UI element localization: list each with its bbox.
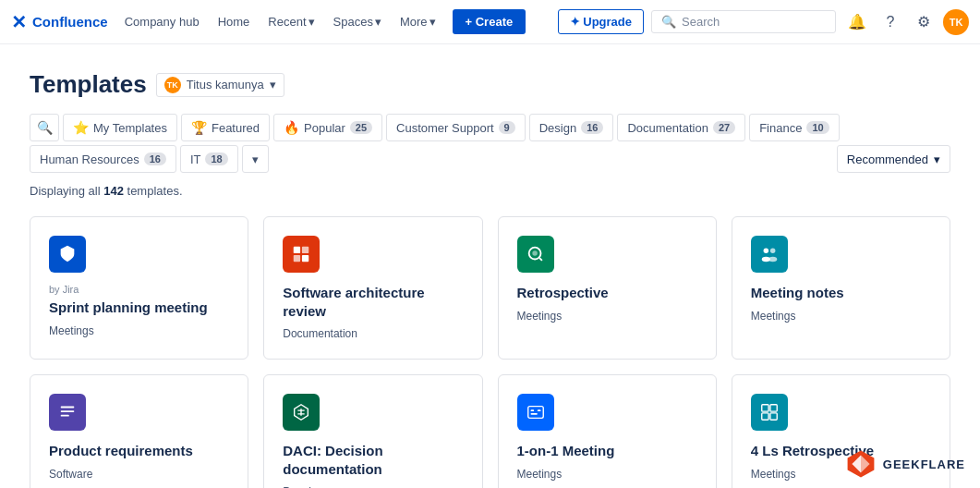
filter-tab-featured[interactable]: 🏆 Featured	[181, 114, 270, 141]
card-title: Software architecture review	[283, 284, 463, 320]
svg-rect-17	[762, 405, 768, 411]
template-card-sprint-planning[interactable]: by Jira Sprint planning meeting Meetings	[30, 216, 248, 360]
svg-rect-16	[537, 409, 540, 411]
geekflare-logo-icon	[846, 449, 876, 479]
card-icon	[49, 236, 86, 273]
page-title: Templates	[30, 70, 147, 99]
notifications-icon[interactable]: 🔔	[843, 8, 871, 36]
nav-company-hub[interactable]: Company hub	[119, 15, 205, 29]
fire-icon: 🔥	[284, 120, 299, 135]
card-icon	[751, 236, 788, 273]
svg-rect-12	[61, 415, 69, 417]
filter-tab-label: Popular	[304, 121, 345, 135]
search-bar[interactable]: 🔍 Search	[651, 10, 836, 33]
template-card-1on1[interactable]: 1-on-1 Meeting Meetings	[498, 374, 717, 488]
help-icon[interactable]: ?	[877, 8, 904, 36]
recommended-sort-button[interactable]: Recommended ▾	[837, 145, 950, 173]
nav-recent[interactable]: Recent ▾	[262, 15, 320, 29]
card-category: Meetings	[517, 310, 697, 323]
chevron-down-icon: ▾	[309, 15, 315, 29]
upgrade-button[interactable]: ✦ Upgrade	[558, 9, 644, 34]
user-dropdown-icon: ▾	[270, 78, 276, 92]
filter-tab-label: IT	[190, 152, 201, 166]
chevron-down-icon: ▾	[430, 15, 436, 29]
template-card-meeting-notes[interactable]: Meeting notes Meetings	[732, 216, 950, 360]
card-category: Meetings	[517, 468, 697, 481]
template-card-product-requirements[interactable]: Product requirements Software	[30, 374, 248, 488]
svg-rect-10	[61, 407, 75, 409]
search-icon: 🔍	[661, 15, 676, 29]
chevron-down-icon: ▾	[375, 15, 381, 29]
svg-rect-1	[302, 247, 309, 253]
template-card-retrospective[interactable]: Retrospective Meetings	[498, 216, 717, 360]
filter-tab-label: Human Resources	[40, 152, 139, 166]
documentation-count-badge: 27	[713, 121, 735, 134]
filter-tab-design[interactable]: Design 16	[529, 114, 614, 141]
filter-search-button[interactable]: 🔍	[30, 114, 59, 141]
page-content: Templates TK Titus kamunya ▾ 🔍 ⭐ My Temp…	[0, 44, 980, 488]
user-avatar[interactable]: TK	[943, 9, 969, 35]
filter-tab-human-resources[interactable]: Human Resources 16	[30, 145, 176, 173]
card-category: Software	[49, 468, 229, 481]
filter-tab-label: Finance	[759, 121, 802, 135]
svg-rect-11	[61, 410, 75, 412]
chevron-down-icon: ▾	[252, 152, 259, 166]
svg-rect-18	[770, 405, 777, 411]
svg-point-6	[763, 249, 768, 254]
card-icon	[49, 394, 86, 431]
nav-icon-group: 🔔 ? ⚙ TK	[843, 8, 969, 36]
svg-point-7	[770, 249, 776, 254]
confluence-logo-icon: ✕	[11, 11, 27, 33]
settings-icon[interactable]: ⚙	[910, 8, 938, 36]
card-title: Meeting notes	[751, 284, 931, 302]
card-by: by Jira	[49, 284, 229, 295]
template-count: 142	[103, 184, 124, 198]
card-icon	[517, 236, 554, 273]
filter-tab-it[interactable]: IT 18	[180, 145, 238, 173]
user-filter-badge[interactable]: TK Titus kamunya ▾	[156, 73, 284, 97]
nav-more[interactable]: More ▾	[394, 15, 442, 29]
filter-tab-popular[interactable]: 🔥 Popular 25	[273, 114, 382, 141]
filter-tab-my-templates[interactable]: ⭐ My Templates	[63, 114, 177, 141]
filter-tab-more[interactable]: ▾	[242, 145, 269, 173]
filter-tab-label: Design	[539, 121, 576, 135]
user-name: Titus kamunya	[187, 78, 264, 92]
confluence-logo-text: Confluence	[32, 14, 108, 30]
svg-rect-14	[530, 409, 534, 411]
svg-rect-2	[294, 255, 300, 262]
filter-tab-label: Customer Support	[396, 121, 494, 135]
nav-spaces[interactable]: Spaces ▾	[328, 15, 387, 29]
confluence-logo[interactable]: ✕ Confluence	[11, 11, 108, 33]
trophy-icon: 🏆	[191, 120, 207, 135]
nav-home[interactable]: Home	[212, 15, 256, 29]
template-card-daci[interactable]: DACI: Decision documentation Popular	[263, 374, 482, 488]
user-badge-avatar: TK	[164, 77, 181, 93]
card-category: Meetings	[49, 324, 229, 337]
card-title: Retrospective	[517, 284, 697, 302]
hr-count-badge: 16	[144, 152, 166, 165]
svg-rect-20	[770, 413, 777, 420]
star-icon: ⭐	[73, 120, 89, 135]
filter-tab-customer-support[interactable]: Customer Support 9	[386, 114, 526, 141]
svg-point-5	[532, 250, 538, 256]
watermark-text: GEEKFLARE	[883, 458, 965, 471]
card-icon	[283, 394, 320, 431]
template-count-line: Displaying all 142 templates.	[30, 184, 950, 198]
card-icon	[751, 394, 788, 431]
create-button[interactable]: + Create	[453, 9, 526, 34]
finance-count-badge: 10	[806, 121, 829, 134]
watermark: GEEKFLARE	[846, 449, 965, 479]
filter-tab-documentation[interactable]: Documentation 27	[617, 114, 745, 141]
recommended-label: Recommended	[847, 152, 928, 166]
chevron-down-icon: ▾	[934, 152, 940, 166]
svg-rect-15	[530, 413, 537, 415]
it-count-badge: 18	[205, 152, 227, 165]
filter-tab-label: My Templates	[93, 121, 167, 135]
svg-rect-19	[762, 413, 768, 420]
card-icon	[517, 394, 554, 431]
filter-tab-label: Documentation	[627, 121, 708, 135]
card-title: Sprint planning meeting	[49, 299, 229, 317]
filter-tab-finance[interactable]: Finance 10	[749, 114, 840, 141]
template-card-software-architecture[interactable]: Software architecture review Documentati…	[263, 216, 482, 360]
card-title: DACI: Decision documentation	[283, 442, 463, 478]
